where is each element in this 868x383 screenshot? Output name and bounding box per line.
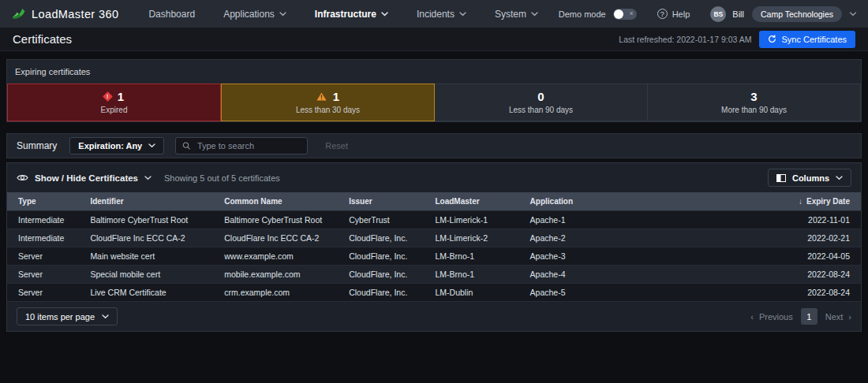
sync-button-label: Sync Certificates <box>781 35 847 44</box>
top-nav-bar: LoadMaster 360 Dashboard Applications In… <box>0 0 868 28</box>
chevron-right-icon: › <box>848 312 851 322</box>
cell-issuer: CloudFlare, Inc. <box>342 247 428 266</box>
pagination-controls: ‹ Previous 1 Next › <box>750 308 851 325</box>
chevron-left-icon: ‹ <box>750 312 754 322</box>
previous-page-button[interactable]: ‹ Previous <box>750 312 792 322</box>
cell-type: Intermediate <box>7 211 84 229</box>
nav-incidents[interactable]: Incidents <box>417 9 466 20</box>
loadmaster-logo-icon <box>11 7 26 20</box>
org-pill[interactable]: Camp Technologies <box>752 6 842 22</box>
table-toolbar: Show / Hide Certificates Showing 5 out o… <box>7 163 861 192</box>
certificates-table-panel: Show / Hide Certificates Showing 5 out o… <box>6 162 862 332</box>
col-header-common-name[interactable]: Common Name <box>218 192 342 211</box>
col-header-expiry-date[interactable]: ↓Expiry Date <box>739 192 861 211</box>
brand-name: LoadMaster 360 <box>32 8 118 20</box>
less-than-90-count: 0 <box>537 90 544 103</box>
show-hide-certificates-dropdown[interactable]: Show / Hide Certificates <box>17 173 152 183</box>
nav-applications[interactable]: Applications <box>223 9 286 20</box>
nav-infrastructure[interactable]: Infrastructure <box>315 9 388 20</box>
cell-application: Apache-5 <box>524 284 739 302</box>
expiring-certificates-panel: Expiring certificates ! 1 Expired 1 Less… <box>6 59 862 122</box>
user-menu-chevron[interactable] <box>849 12 857 17</box>
items-per-page-value: 10 items per page <box>25 312 95 322</box>
col-header-loadmaster[interactable]: LoadMaster <box>428 192 523 211</box>
cell-common-name: www.example.com <box>218 247 342 266</box>
cell-identifier: Main website cert <box>84 247 218 266</box>
main-menu: Dashboard Applications Infrastructure In… <box>148 9 538 20</box>
col-header-identifier[interactable]: Identifier <box>84 192 218 211</box>
sort-descending-icon: ↓ <box>799 197 803 206</box>
certificates-table: Type Identifier Common Name Issuer LoadM… <box>7 192 861 301</box>
card-less-than-90-days[interactable]: 0 Less than 90 days <box>435 84 648 121</box>
cell-common-name: crm.example.com <box>218 284 342 302</box>
sync-certificates-button[interactable]: Sync Certificates <box>759 31 855 48</box>
expiring-cards: ! 1 Expired 1 Less than 30 days 0 Less t… <box>7 84 861 121</box>
nav-infrastructure-label: Infrastructure <box>315 9 376 20</box>
cell-loadmaster: LM-Dublin <box>428 284 523 302</box>
brand[interactable]: LoadMaster 360 <box>11 7 118 20</box>
card-less-than-30-days[interactable]: 1 Less than 30 days <box>221 84 435 121</box>
avatar[interactable]: BS <box>710 6 726 22</box>
expired-count: 1 <box>118 90 124 103</box>
chevron-down-icon <box>459 12 466 17</box>
less-than-30-label: Less than 30 days <box>222 106 434 114</box>
col-header-application[interactable]: Application <box>524 192 739 211</box>
less-than-30-count: 1 <box>333 90 339 103</box>
cell-application: Apache-3 <box>524 247 739 266</box>
card-more-than-90-days[interactable]: 3 More than 90 days <box>648 84 861 121</box>
table-row[interactable]: Intermediate Baltimore CyberTrust Root B… <box>7 211 861 229</box>
cell-expiry-date: 2022-02-21 <box>739 229 861 247</box>
help-button[interactable]: ? Help <box>657 9 690 19</box>
show-hide-label: Show / Hide Certificates <box>35 173 138 183</box>
demo-mode-toggle[interactable]: × <box>613 9 637 20</box>
columns-button[interactable]: Columns <box>768 169 851 187</box>
columns-icon <box>776 174 786 182</box>
cell-type: Server <box>7 247 84 266</box>
more-than-90-label: More than 90 days <box>648 106 860 114</box>
nav-incidents-label: Incidents <box>417 9 455 20</box>
nav-system[interactable]: System <box>495 9 538 20</box>
cell-issuer: CloudFlare, Inc. <box>342 229 428 247</box>
summary-filter-bar: Summary Expiration: Any Reset <box>6 133 862 158</box>
cell-loadmaster: LM-Limerick-2 <box>428 229 523 247</box>
table-row[interactable]: Server Live CRM Certificate crm.example.… <box>7 284 861 302</box>
cell-issuer: CloudFlare, Inc. <box>342 266 428 284</box>
reset-button[interactable]: Reset <box>325 141 348 151</box>
more-than-90-count: 3 <box>750 90 757 103</box>
col-header-issuer[interactable]: Issuer <box>342 192 428 211</box>
cell-issuer: CyberTrust <box>342 211 428 229</box>
next-page-button[interactable]: Next › <box>825 312 851 322</box>
search-input[interactable] <box>196 140 301 151</box>
next-label: Next <box>825 312 844 322</box>
cell-common-name: Baltimore CyberTrust Root <box>218 211 342 229</box>
cell-application: Apache-2 <box>524 229 739 247</box>
search-box <box>175 137 308 154</box>
expiration-filter-dropdown[interactable]: Expiration: Any <box>69 137 164 154</box>
cell-identifier: Live CRM Certificate <box>84 284 218 302</box>
page-number-button[interactable]: 1 <box>801 308 817 325</box>
nav-applications-label: Applications <box>223 9 275 20</box>
cell-identifier: Special mobile cert <box>84 266 218 284</box>
cell-loadmaster: LM-Brno-1 <box>428 247 523 266</box>
nav-dashboard[interactable]: Dashboard <box>148 9 195 20</box>
items-per-page-dropdown[interactable]: 10 items per page <box>17 307 118 325</box>
table-row[interactable]: Intermediate CloudFlare Inc ECC CA-2 Clo… <box>7 229 861 247</box>
eye-icon <box>17 173 28 182</box>
table-row[interactable]: Server Special mobile cert mobile.exampl… <box>7 266 861 284</box>
warning-triangle-icon <box>316 92 327 101</box>
expiring-panel-title: Expiring certificates <box>7 60 861 84</box>
chevron-down-icon <box>381 12 388 17</box>
summary-label: Summary <box>17 140 57 151</box>
last-refreshed-text: Last refreshed: 2022-01-17 9:03 AM <box>619 35 751 44</box>
cell-loadmaster: LM-Brno-1 <box>428 266 523 284</box>
cell-common-name: mobile.example.com <box>218 266 342 284</box>
cell-expiry-date: 2022-11-01 <box>739 211 861 229</box>
top-nav-right: Demo mode × ? Help BS Bill Camp Technolo… <box>559 6 857 22</box>
sync-icon <box>768 35 776 43</box>
card-expired[interactable]: ! 1 Expired <box>7 84 221 121</box>
col-header-type[interactable]: Type <box>7 192 84 211</box>
question-circle-icon: ? <box>657 9 668 19</box>
page-header: Certificates Last refreshed: 2022-01-17 … <box>0 28 868 51</box>
table-row[interactable]: Server Main website cert www.example.com… <box>7 247 861 266</box>
page-header-right: Last refreshed: 2022-01-17 9:03 AM Sync … <box>619 31 855 48</box>
